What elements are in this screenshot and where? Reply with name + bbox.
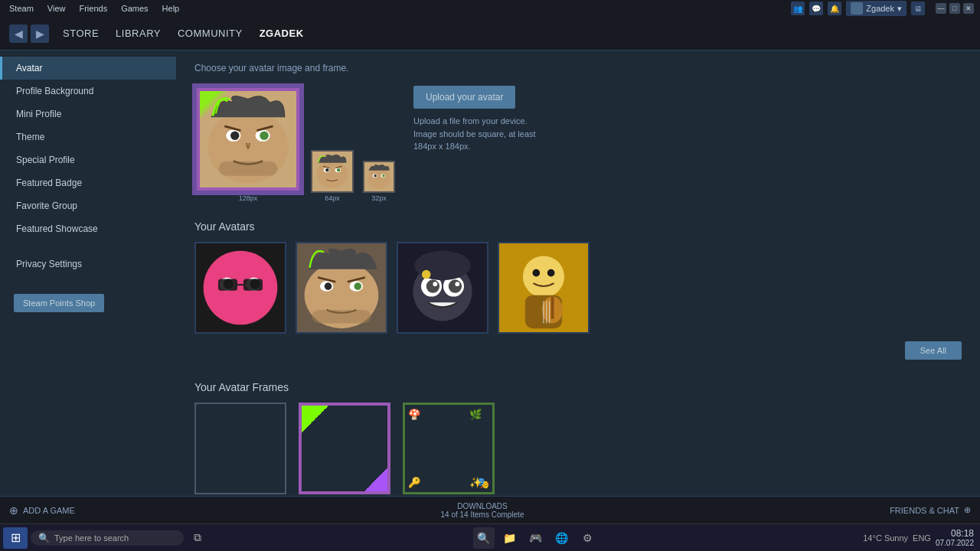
menu-games[interactable]: Games [118, 2, 151, 15]
frame-thumb-1[interactable] [194, 403, 286, 494]
search-input[interactable]: Type here to search [54, 533, 129, 543]
title-bar: Steam View Friends Games Help 👥 💬 🔔 Zgad… [0, 0, 980, 17]
frames-section-header: Your Avatar Frames [194, 381, 962, 393]
taskbar-icon-steam[interactable]: 🎮 [525, 527, 547, 549]
svg-rect-8 [219, 161, 278, 176]
sidebar-item-profile-background[interactable]: Profile Background [0, 80, 176, 103]
svg-text:🍄: 🍄 [408, 408, 421, 421]
sidebar-item-privacy-settings[interactable]: Privacy Settings [0, 253, 176, 276]
title-bar-left: Steam View Friends Games Help [6, 2, 182, 15]
title-bar-menu: Steam View Friends Games Help [6, 2, 182, 15]
nav-arrows: ◀ ▶ [9, 24, 49, 43]
language-label: ENG [913, 533, 931, 543]
downloads-sub: 14 of 14 Items Complete [441, 510, 524, 519]
svg-rect-40 [312, 310, 371, 323]
friends-icon: 👥 [791, 2, 805, 15]
svg-point-53 [533, 269, 541, 277]
main-layout: Avatar Profile Background Mini Profile T… [0, 51, 980, 523]
taskbar-icon-browser[interactable]: 🌐 [551, 527, 573, 549]
svg-point-24 [204, 251, 278, 325]
add-game-button[interactable]: ⊕ ADD A GAME [9, 504, 75, 517]
taskbar-left: ⊞ 🔍 Type here to search ⧉ [3, 527, 208, 549]
downloads-info: DOWNLOADS 14 of 14 Items Complete [441, 502, 524, 519]
sidebar: Avatar Profile Background Mini Profile T… [0, 51, 176, 523]
svg-point-45 [426, 279, 439, 292]
size-label-64: 64px [311, 194, 354, 202]
content-area: Choose your avatar image and frame. [176, 51, 980, 523]
avatars-section-header: Your Avatars [194, 220, 962, 233]
svg-point-50 [422, 270, 431, 279]
avatar-preview-128 [194, 86, 302, 193]
window-controls: — □ ✕ [936, 3, 974, 14]
avatars-heading: Your Avatars [194, 220, 255, 233]
taskbar-right: 14°C Sunny ENG 08:18 07.07.2022 [863, 528, 977, 547]
page-subtitle: Choose your avatar image and frame. [194, 63, 962, 73]
svg-point-22 [382, 174, 384, 177]
avatar-preview-32 [363, 161, 395, 193]
start-button[interactable]: ⊞ [3, 527, 28, 549]
avatar-frame-corner-green [197, 88, 227, 119]
sidebar-item-featured-badge[interactable]: Featured Badge [0, 171, 176, 194]
avatar-size-group-128: 128px [194, 86, 302, 202]
avatar-size-group-32: 32px [363, 161, 395, 202]
frame-grid: 🎭 🍄 🌿 🔑 ✨ [194, 403, 962, 494]
frame-thumb-2[interactable] [299, 403, 390, 494]
back-button[interactable]: ◀ [9, 24, 28, 43]
upload-description: Upload a file from your device. Image sh… [413, 115, 962, 153]
svg-text:🌿: 🌿 [469, 408, 482, 421]
svg-point-5 [260, 131, 268, 139]
avatar-thumb-4[interactable] [498, 242, 590, 334]
upload-avatar-button[interactable]: Upload your avatar [413, 86, 515, 109]
sidebar-item-theme[interactable]: Theme [0, 126, 176, 148]
avatar-size-group-64: 64px [311, 150, 354, 202]
nav-community[interactable]: COMMUNITY [176, 24, 244, 42]
sidebar-label-privacy-settings: Privacy Settings [16, 259, 82, 269]
sidebar-item-featured-showcase[interactable]: Featured Showcase [0, 217, 176, 240]
avatars-see-all-button[interactable]: See All [905, 341, 962, 360]
frame-corner-bottom [364, 468, 387, 491]
taskbar-icon-settings[interactable]: ⚙ [577, 527, 599, 549]
taskbar-app-icons: 🔍 📁 🎮 🌐 ⚙ [473, 527, 599, 549]
sidebar-item-special-profile[interactable]: Special Profile [0, 148, 176, 171]
size-label-32: 32px [363, 194, 395, 202]
svg-point-54 [547, 269, 555, 277]
avatar-thumb-3[interactable] [397, 242, 488, 334]
avatar-preview-64 [311, 150, 354, 193]
notification-icon: 🔔 [828, 2, 841, 15]
menu-help[interactable]: Help [159, 2, 183, 15]
menu-steam[interactable]: Steam [6, 2, 37, 15]
friends-label: FRIENDS & CHAT [890, 506, 959, 515]
nav-username[interactable]: ZGADEK [258, 24, 305, 42]
avatar-thumb-2[interactable] [296, 242, 387, 334]
taskbar-clock: 08:18 07.07.2022 [936, 528, 974, 547]
menu-view[interactable]: View [44, 2, 69, 15]
taskbar-icon-files[interactable]: 📁 [499, 527, 521, 549]
forward-button[interactable]: ▶ [31, 24, 49, 43]
bottom-bar: ⊕ ADD A GAME DOWNLOADS 14 of 14 Items Co… [0, 496, 980, 523]
chat-icon: 💬 [809, 2, 823, 15]
sidebar-item-mini-profile[interactable]: Mini Profile [0, 103, 176, 126]
taskview-icon[interactable]: ⧉ [187, 527, 208, 549]
svg-point-37 [354, 282, 361, 290]
frame-thumb-3[interactable]: 🎭 🍄 🌿 🔑 ✨ [403, 403, 495, 494]
nav-links: STORE LIBRARY COMMUNITY ZGADEK [61, 24, 305, 42]
minimize-button[interactable]: — [936, 3, 946, 14]
svg-rect-29 [218, 279, 237, 290]
close-button[interactable]: ✕ [963, 3, 974, 14]
nav-store[interactable]: STORE [61, 24, 100, 42]
menu-friends[interactable]: Friends [76, 2, 110, 15]
nav-library[interactable]: LIBRARY [114, 24, 162, 42]
sidebar-item-favorite-group[interactable]: Favorite Group [0, 194, 176, 217]
user-badge[interactable]: Zgadek ▾ [846, 1, 906, 16]
sidebar-item-avatar[interactable]: Avatar [0, 57, 176, 80]
downloads-label: DOWNLOADS [441, 502, 524, 510]
steam-points-shop-button[interactable]: Steam Points Shop [14, 294, 104, 312]
taskbar-icon-search[interactable]: 🔍 [473, 527, 495, 549]
maximize-button[interactable]: □ [949, 3, 960, 14]
frame-decoration-svg: 🍄 🌿 🔑 ✨ [405, 405, 492, 492]
taskbar: ⊞ 🔍 Type here to search ⧉ 🔍 📁 🎮 🌐 ⚙ 14°C… [0, 523, 980, 551]
friends-chat-button[interactable]: FRIENDS & CHAT ⊕ [890, 505, 971, 515]
avatar-thumb-1[interactable] [194, 242, 286, 334]
svg-point-47 [433, 282, 437, 286]
chevron-down-icon: ▾ [897, 4, 902, 14]
